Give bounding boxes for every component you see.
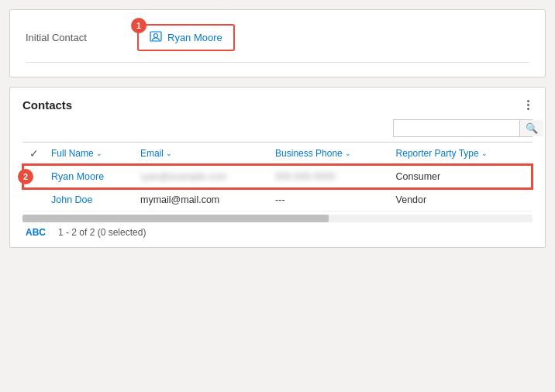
table-row[interactable]: 2Ryan Mooreryan@example.com555-555-5555C… bbox=[23, 165, 532, 188]
row-reporter-type: Vendor bbox=[390, 188, 532, 211]
initial-contact-label: Initial Contact bbox=[26, 32, 119, 43]
table-row[interactable]: John Doemymail@mail.com---Vendor bbox=[23, 188, 532, 211]
contacts-header: Contacts bbox=[22, 98, 533, 112]
search-button[interactable]: 🔍 bbox=[519, 120, 543, 136]
row-phone: --- bbox=[269, 188, 389, 211]
contacts-title: Contacts bbox=[22, 98, 72, 112]
row-check-col bbox=[23, 188, 45, 211]
col-header-fullname[interactable]: Full Name ⌄ bbox=[45, 143, 134, 165]
phone-sort-icon: ⌄ bbox=[345, 150, 351, 157]
col-header-email[interactable]: Email ⌄ bbox=[134, 143, 269, 165]
badge-number-1: 1 bbox=[131, 18, 147, 33]
section-divider bbox=[26, 62, 529, 63]
contact-badge[interactable]: 1 Ryan Moore bbox=[137, 24, 235, 51]
search-input[interactable] bbox=[394, 121, 519, 136]
email-sort-icon: ⌄ bbox=[166, 150, 172, 157]
search-row: 🔍 bbox=[22, 119, 533, 137]
contacts-card: Contacts 🔍 ✓ Full Name ⌄ bbox=[9, 87, 546, 248]
row-phone: 555-555-5555 bbox=[269, 165, 389, 188]
kebab-menu-button[interactable] bbox=[524, 98, 533, 112]
svg-point-1 bbox=[154, 34, 158, 38]
row-fullname[interactable]: Ryan Moore bbox=[45, 165, 134, 188]
kebab-dot-1 bbox=[527, 100, 529, 102]
record-count: 1 - 2 of 2 (0 selected) bbox=[58, 227, 146, 238]
initial-contact-card: Initial Contact 1 Ryan Moore bbox=[9, 9, 546, 77]
person-icon bbox=[150, 30, 162, 45]
initial-contact-row: Initial Contact 1 Ryan Moore bbox=[26, 24, 529, 51]
badge-number-2: 2 bbox=[18, 169, 33, 184]
row-reporter-type: Consumer bbox=[390, 165, 532, 188]
table-footer: ABC 1 - 2 of 2 (0 selected) bbox=[22, 222, 533, 239]
col-header-phone[interactable]: Business Phone ⌄ bbox=[269, 143, 389, 165]
horizontal-scrollbar[interactable] bbox=[22, 215, 533, 222]
abc-link[interactable]: ABC bbox=[26, 227, 46, 238]
kebab-dot-3 bbox=[527, 108, 529, 110]
select-all-col: ✓ bbox=[23, 143, 45, 165]
reporter-type-sort-icon: ⌄ bbox=[481, 150, 488, 157]
checkmark-icon: ✓ bbox=[29, 147, 39, 160]
row-email: mymail@mail.com bbox=[134, 188, 269, 211]
scrollbar-thumb bbox=[22, 215, 329, 222]
row-email: ryan@example.com bbox=[134, 165, 269, 188]
kebab-dot-2 bbox=[527, 104, 529, 106]
contact-name: Ryan Moore bbox=[167, 32, 222, 43]
fullname-sort-icon: ⌄ bbox=[96, 150, 102, 157]
contacts-table: ✓ Full Name ⌄ Email ⌄ Business bbox=[22, 143, 533, 211]
col-header-reporter-type[interactable]: Reporter Party Type ⌄ bbox=[390, 143, 532, 165]
table-header-row: ✓ Full Name ⌄ Email ⌄ Business bbox=[23, 143, 532, 165]
row-check-col: 2 bbox=[23, 165, 45, 188]
search-box: 🔍 bbox=[393, 119, 533, 137]
row-fullname[interactable]: John Doe bbox=[45, 188, 134, 211]
svg-rect-0 bbox=[150, 32, 161, 41]
